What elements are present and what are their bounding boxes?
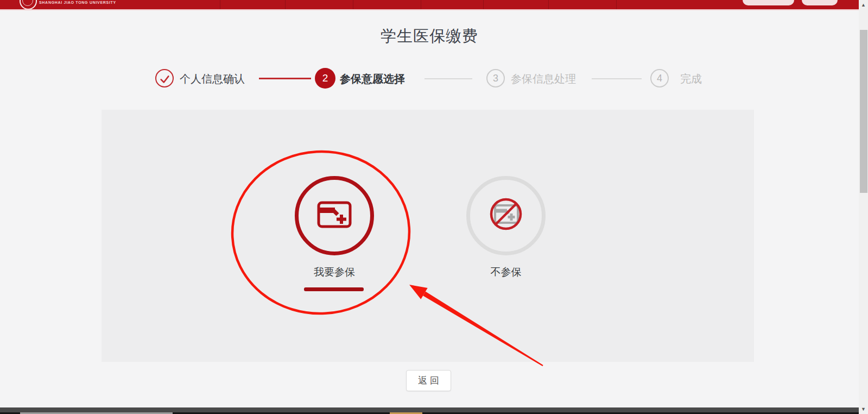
step-connector xyxy=(425,78,472,79)
step-2-circle: 2 xyxy=(315,68,335,89)
page-title: 学生医保缴费 xyxy=(0,26,859,47)
header-button-right[interactable] xyxy=(802,0,838,5)
step-connector xyxy=(592,78,642,79)
enroll-label: 我要参保 xyxy=(295,265,374,279)
nav-divider xyxy=(220,0,220,9)
step-1-circle xyxy=(155,69,174,87)
nav-divider xyxy=(483,0,484,9)
nav-divider xyxy=(616,0,617,9)
header-button-left[interactable] xyxy=(743,0,794,5)
decline-label: 不参保 xyxy=(466,265,546,279)
nav-divider xyxy=(285,0,286,9)
step-4-circle: 4 xyxy=(650,69,669,87)
top-nav-bar: SHANGHAI JIAO TONG UNIVERSITY xyxy=(0,0,859,10)
scrollbar-up-arrow-icon[interactable]: ▲ xyxy=(859,1,868,9)
check-icon xyxy=(157,71,173,87)
step-2-label: 参保意愿选择 xyxy=(340,72,405,86)
no-insurance-card-icon xyxy=(484,196,528,232)
scrollbar-down-arrow-icon[interactable]: ▼ xyxy=(859,405,868,413)
step-1-label: 个人信息确认 xyxy=(180,72,245,86)
university-name: SHANGHAI JIAO TONG UNIVERSITY xyxy=(39,1,116,4)
enroll-ring xyxy=(295,176,374,255)
decline-ring xyxy=(466,176,546,255)
step-4-label: 完成 xyxy=(680,72,702,86)
scrollbar-thumb[interactable] xyxy=(860,30,867,193)
taskbar xyxy=(0,407,860,412)
option-decline[interactable]: 不参保 xyxy=(466,176,546,283)
selected-underline xyxy=(304,287,364,291)
nav-divider xyxy=(353,0,353,9)
nav-divider xyxy=(421,0,421,9)
step-3-circle: 3 xyxy=(486,69,505,87)
page: SHANGHAI JIAO TONG UNIVERSITY 学生医保缴费 个人信… xyxy=(0,0,868,414)
option-enroll[interactable]: 我要参保 xyxy=(295,176,374,283)
step-connector xyxy=(259,78,311,79)
nav-divider xyxy=(548,0,549,9)
content-panel xyxy=(102,110,754,362)
add-insurance-card-icon xyxy=(316,200,352,229)
step-3-label: 参保信息处理 xyxy=(511,72,576,86)
back-button[interactable]: 返 回 xyxy=(406,370,451,391)
